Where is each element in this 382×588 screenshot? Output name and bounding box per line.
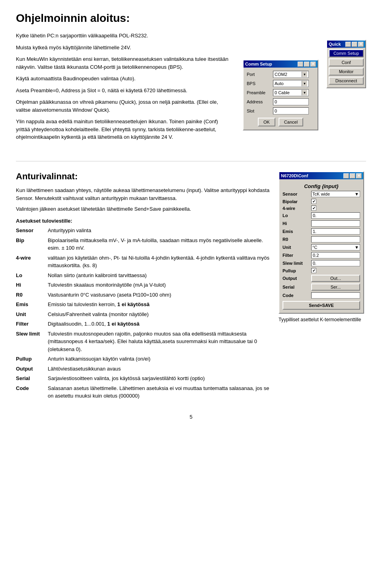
config-code-label: Code [283,293,310,298]
comm-setup-maximize-btn[interactable]: □ [304,62,310,67]
settings-val-sensor: Anturityypin valinta [48,227,271,235]
config-sensor-label: Sensor [283,192,310,196]
quick-maximize-btn[interactable]: □ [352,42,357,47]
config-unit-row: Unit °C ▼ [283,244,360,250]
cancel-button[interactable]: Cancel [279,118,303,126]
settings-table: Asetukset tuloviestille: Sensor Anturity… [16,217,271,400]
bps-select-arrow[interactable]: ▼ [302,81,307,86]
config-serial-row: Serial Ser... [283,283,360,291]
slot-row: Slot 0 [247,107,314,114]
settings-key-pullup: Pullup [16,355,48,363]
config-serial-button[interactable]: Ser... [311,283,360,291]
config-input-title: Config {input} [283,181,360,191]
page-number: 5 [16,414,366,420]
settings-output: Output Lähtöviestiasetusikkunan avaus [16,365,271,373]
settings-key-r0: R0 [16,291,48,299]
address-label: Address [247,99,271,104]
bps-select[interactable]: Auto ▼ [273,80,309,87]
comm-setup-dialog: Comm Setup _ □ ✕ Port COM2 [243,60,318,130]
ok-button[interactable]: OK [258,118,275,126]
settings-title-row: Asetukset tuloviestille: [16,217,271,225]
settings-val-code: Salasanan asetus lähettimelle. Lähettime… [48,384,271,400]
config-emis-input[interactable]: 1. [311,228,360,235]
settings-hi: Hi Tuloviestin skaalaus monitorinäytölle… [16,281,271,289]
config-output-row: Output Out... [283,275,360,282]
bps-value: Auto [275,81,284,86]
settings-lo: Lo Nollan siirto (anturin kalibrointi ta… [16,272,271,279]
settings-val-unit: Celsius/Fahrenheit valinta (monitor näyt… [48,310,271,318]
config-maximize-btn[interactable]: □ [350,173,355,179]
config-bipolar-label: Bipolar [283,199,310,204]
config-slew-row: Slew limit 0. [283,260,360,266]
config-bipolar-checkbox[interactable]: ✔ [311,199,316,204]
settings-val-serial: Sarjaviestiosoitteen valinta, jos käytös… [48,375,271,382]
port-select[interactable]: COM2 ▼ [273,71,309,78]
settings-slew: Slew limit Tuloviestin muutosnopeuden ra… [16,330,271,353]
settings-4wire: 4-wire valitaan jos käytetään ohm-, Pt- … [16,254,271,270]
config-title-buttons: _ □ ✕ [343,173,362,179]
slot-value: 0 [275,109,277,113]
quick-minimize-btn[interactable]: _ [345,42,351,47]
section2-para-2: Valintojen jälkeen asetukset lähetetään … [16,205,271,213]
config-output-button[interactable]: Out... [311,275,360,282]
config-minimize-btn[interactable]: _ [343,173,349,179]
section-divider [16,161,366,161]
config-filter-label: Filter [283,253,310,258]
settings-key-bip: Bip [16,237,48,252]
config-lo-input[interactable]: 0. [311,212,360,219]
address-input[interactable]: 0 [273,98,309,105]
config-pullup-checkbox[interactable]: ✔ [311,268,316,273]
quick-btn-comm-setup[interactable]: Comm Setup [329,49,364,57]
config-unit-arrow: ▼ [355,245,359,250]
port-label: Port [247,72,271,77]
slot-input[interactable]: 0 [273,107,309,114]
config-r0-input[interactable] [311,236,360,243]
config-code-input[interactable] [311,292,360,299]
config-slew-input[interactable]: 0. [311,260,360,266]
preamble-select-arrow[interactable]: ▼ [302,90,307,95]
settings-key-code: Code [16,384,48,400]
send-save-button[interactable]: Send+SAVE [283,301,360,310]
config-slew-label: Slew limit [283,261,310,266]
page: Ohjelmoinnin aloitus: Kytke lähetin PC:n… [0,0,382,432]
config-unit-label: Unit [283,245,310,250]
config-lo-label: Lo [283,213,310,218]
config-filter-input[interactable]: 0.2 [311,252,360,258]
bps-label: BPS [247,81,271,86]
settings-bip: Bip Bipolaarisella mittauksella mV-, V- … [16,237,271,252]
config-hi-input[interactable] [311,220,360,227]
preamble-select[interactable]: 0 Cable ▼ [273,89,309,96]
config-unit-select[interactable]: °C ▼ [311,244,360,250]
comm-setup-close-btn[interactable]: ✕ [310,62,316,67]
port-value: COM2 [275,72,287,77]
settings-val-slew: Tuloviestin muutosnopeuden rajoitin, pal… [48,330,271,353]
settings-key-4wire: 4-wire [16,254,48,270]
config-close-btn[interactable]: ✕ [356,173,362,179]
config-titlebar: N6720D\Conf _ □ ✕ [279,172,363,179]
config-emis-label: Emis [283,229,310,234]
config-4wire-checkbox[interactable]: ✔ [311,206,316,211]
quick-titlebar: Quick _ □ ✕ [327,41,365,48]
settings-filter: Filter Digitaalisuodin, 1...0.001, 1 ei … [16,320,271,328]
text-column-1: Kytke lähetin PC:n sarjaporttiin välikaa… [16,32,231,151]
settings-key-lo: Lo [16,272,48,279]
quick-close-btn[interactable]: ✕ [358,42,364,47]
section-bottom: Anturivalinnat: Kun lähettimeen saadaan … [16,171,366,402]
page-title: Ohjelmoinnin aloitus: [16,12,366,25]
quick-btn-disconnect[interactable]: Disconnect [329,77,364,85]
config-output-label: Output [283,276,310,281]
port-select-arrow[interactable]: ▼ [302,72,307,77]
config-lo-row: Lo 0. [283,212,360,219]
text-column-2: Anturivalinnat: Kun lähettimeen saadaan … [16,171,271,402]
config-sensor-select[interactable]: TcK wide ▼ [311,191,360,197]
quick-btn-monitor[interactable]: Monitor [329,68,364,76]
config-title: N6720D\Conf [281,173,308,178]
quick-btn-conf[interactable]: Conf [329,58,364,66]
settings-val-filter: Digitaalisuodin, 1...0.001, 1 ei käytöss… [48,320,271,328]
comm-setup-titlebar: Comm Setup _ □ ✕ [244,60,318,68]
config-dialog: N6720D\Conf _ □ ✕ Config {input} Sensor [279,171,364,314]
settings-code: Code Salasanan asetus lähettimelle. Lähe… [16,384,271,400]
config-hi-row: Hi [283,220,360,227]
config-serial-label: Serial [283,285,310,289]
comm-setup-minimize-btn[interactable]: _ [298,62,303,67]
